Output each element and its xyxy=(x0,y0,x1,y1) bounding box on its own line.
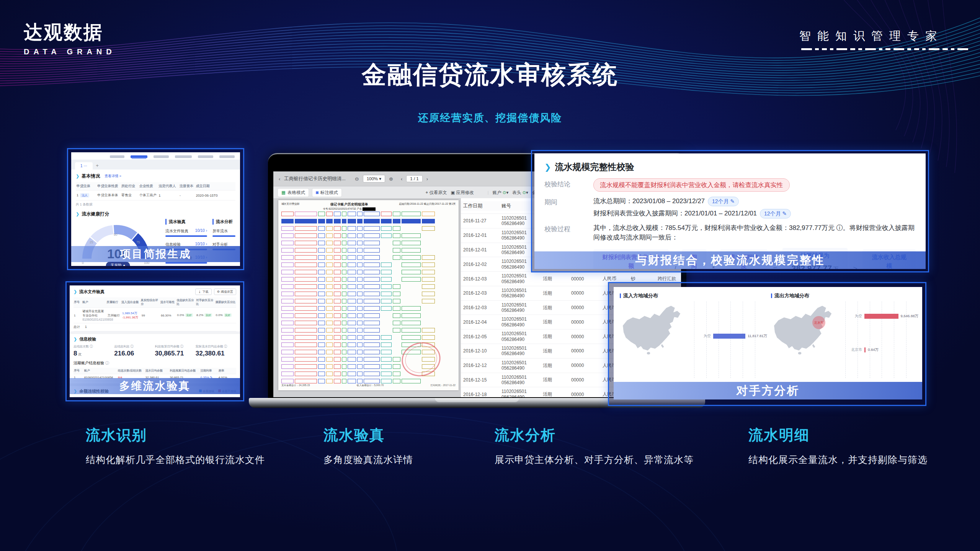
feature-title: 流水识别 xyxy=(86,425,265,445)
analysis-list-title: 流水分析 xyxy=(212,219,235,225)
doc-date-range: 起始日期:2016-11-22 截止日期:2017-11-22 第1页 xyxy=(399,202,456,206)
table-mode-button[interactable]: ▦表格模式 xyxy=(278,189,309,197)
page-subtitle: 还原经营实质、挖掘偿债风险 xyxy=(0,111,980,125)
china-map-inflow xyxy=(620,302,693,374)
stat-block: 利息推算日均余额 ⓘ30,865.71 xyxy=(155,344,196,357)
brand-logo-en: DATA GRAND xyxy=(24,47,116,56)
feature-item: 流水识别结构化解析几乎全部格式的银行流水文件 xyxy=(86,425,265,466)
download-button[interactable]: ⭳下载 xyxy=(195,289,212,295)
chevron-right-icon: ❯ xyxy=(76,174,79,179)
nav-item[interactable] xyxy=(154,155,169,158)
nav-item[interactable] xyxy=(198,155,213,158)
interest-check-title: 活期账户结息校验 ⓘ xyxy=(74,360,109,366)
feature-item: 流水明细结构化展示全量流水，并支持剔除与筛选 xyxy=(748,425,928,466)
filter-header[interactable]: 表头 ⊙▾ xyxy=(512,190,528,196)
feature-desc: 结构化解析几乎全部格式的银行流水文件 xyxy=(86,453,265,466)
nav-item[interactable] xyxy=(110,155,124,158)
document-title: 工商银行借记卡历史明细清... xyxy=(284,176,345,182)
gear-icon: ⚙ xyxy=(217,290,220,293)
nav-item[interactable] xyxy=(175,155,192,158)
back-icon[interactable]: ‹ xyxy=(279,176,280,182)
title-tick xyxy=(620,293,621,298)
chevron-right-icon: ❯ xyxy=(74,337,77,342)
nav-item[interactable] xyxy=(219,155,235,158)
panel-counterparty: 流入方地域分布 为空11,817.81万 流出方地域分布 xyxy=(608,282,926,406)
record-count: 共 1 条数据 xyxy=(76,202,235,207)
verify-list-title: 流水验真 xyxy=(165,219,207,225)
apply-changes-button[interactable]: ▣ 应用修改 xyxy=(451,190,474,196)
download-icon: ⭳ xyxy=(198,290,201,293)
page-next-icon[interactable]: › xyxy=(426,176,428,182)
laptop-notch xyxy=(435,398,519,402)
bar-row: 为空11,817.81万 xyxy=(694,334,767,339)
threshold-settings-button[interactable]: ⚙阈值设置 xyxy=(214,289,236,295)
divider: | xyxy=(488,190,489,195)
feature-desc: 结构化展示全量流水，并支持剔除与筛选 xyxy=(748,453,928,466)
score-list-item[interactable]: 流水文件验真10/10 › xyxy=(165,228,207,237)
info-check-header: ❯ 信息校验 xyxy=(74,336,236,342)
table-header-row: 序号账户所属银行流入流出金额真实性综合评分流水可靠性信息缺失百分比对手缺失百分比… xyxy=(74,297,236,308)
basic-section-header: ❯ 基本情况 查看详情 » xyxy=(76,173,235,179)
feature-title: 流水验真 xyxy=(323,425,413,445)
stat-block: 总结息次数 ⓘ8 次 xyxy=(74,344,114,357)
annotate-mode-button[interactable]: ◙标注模式 xyxy=(312,189,341,197)
conclusion-pill: 流水规模不能覆盖财报利润表中营业收入金额，请检查流水真实性 xyxy=(593,178,790,192)
beijing-map-label: 北京市 xyxy=(814,321,823,325)
panel-report: 1 ⋯ + ❯ 基本情况 查看详情 » 申贷主体申贷主体性质所处行业企业性质法定… xyxy=(67,148,244,270)
filter-account[interactable]: 账户 ⊙▾ xyxy=(493,190,509,196)
bar xyxy=(864,314,898,319)
zoom-level-select[interactable]: 100% ▾ xyxy=(363,175,385,183)
scanned-page: 城区支行营业部 借记卡账户历史明细清单 卡号:62220211020214747… xyxy=(278,200,459,390)
page-prev-icon[interactable]: ‹ xyxy=(401,176,402,182)
feature-desc: 展示申贷主体分析、对手方分析、异常流水等 xyxy=(495,453,694,466)
zoom-out-icon[interactable]: ⊖ xyxy=(355,176,359,182)
table-row: 1诸城市金光蔬菜专业合作社81060020142100858兰州银行1,989.… xyxy=(74,308,236,323)
period-badge[interactable]: 12个月 ✎ xyxy=(708,197,739,206)
scale-check-title: ❯ 流水规模完整性校验 xyxy=(544,161,916,173)
china-map-outflow: 北京市 xyxy=(771,302,844,374)
bar xyxy=(713,334,745,339)
gauge-tick-label: 50 xyxy=(114,233,117,236)
page-indicator: 1 / 1 xyxy=(406,175,422,182)
panel-scale-check: ❯ 流水规模完整性校验 校验结论 流水规模不能覆盖财报利润表中营业收入金额，请检… xyxy=(531,150,929,272)
check-icon: ⊙ xyxy=(522,190,526,195)
score-list-item[interactable]: 异常流水 xyxy=(212,228,235,237)
table-mode-icon: ▦ xyxy=(281,190,286,195)
panel-caption: 对手方分析 xyxy=(614,382,922,399)
page: 达观数据 DATA GRAND 智能知识管理专家 金融信贷流水审核系统 还原经营… xyxy=(0,0,980,551)
brand-tagline: 智能知识管理专家 xyxy=(799,28,943,44)
table-header-row: 序号账户结息次数/应结次数流水日均余额利息推算日均总余额活期利率差率 xyxy=(74,368,236,374)
panel-verify: ❯ 流水文件验真 ⭳下载 ⚙阈值设置 序号账户所属银行流入流出金额真实性综合评分… xyxy=(65,281,244,401)
process-text: 其中，流水总收入规模：785.54万元，财报利润表中营业收入金额：382,977… xyxy=(593,223,916,243)
inflow-bar-chart: 为空11,817.81万 xyxy=(694,302,767,378)
mini-nav xyxy=(71,152,240,160)
zoom-in-icon[interactable]: ⊕ xyxy=(389,176,393,182)
title-tick xyxy=(771,293,772,298)
panel-caption: 项目简报生成 xyxy=(71,246,240,262)
table-header-row: 申贷主体申贷主体性质所处行业企业性质法定代表人注册资本成立日期 xyxy=(76,182,235,191)
feature-item: 流水分析展示申贷主体分析、对手方分析、异常流水等 xyxy=(495,425,694,466)
gauge-tick-label: 25 xyxy=(90,240,93,244)
inflow-region-block: 流入方地域分布 为空11,817.81万 xyxy=(620,292,767,378)
nav-item[interactable] xyxy=(131,155,147,158)
file-check-header: ❯ 流水文件验真 xyxy=(74,289,105,295)
add-tab-button[interactable]: + xyxy=(96,163,99,170)
view-details-link[interactable]: 查看详情 » xyxy=(105,174,121,179)
doc-footer-mid: 收入金额合计：5,000.70 xyxy=(357,384,384,387)
view-original-button[interactable]: ⌖ 仅看原文 xyxy=(426,190,447,196)
tab-bar: 1 ⋯ + xyxy=(71,160,240,170)
feature-item: 流水验真多角度验真流水详情 xyxy=(323,425,413,466)
period-badge[interactable]: 12个月 ✎ xyxy=(760,209,791,218)
view-original-icon: ⌖ xyxy=(426,190,430,195)
bar-row: 为空9,646.88万 xyxy=(845,314,918,319)
period-label: 期间 xyxy=(544,196,593,218)
info-icon: ⓘ xyxy=(105,361,109,365)
period-line-1: 流水总期间：2023/01/08 – 2023/12/2712个月 ✎ xyxy=(593,196,791,206)
tab-item[interactable]: 1 ⋯ xyxy=(75,162,93,170)
panel-caption: 多维流水验真 xyxy=(70,378,240,394)
redacted-name xyxy=(363,207,376,211)
doc-title: 借记卡账户历史明细清单 xyxy=(323,202,376,207)
chevron-right-icon: ❯ xyxy=(74,289,77,294)
panel-caption: 与财报结合，校验流水规模完整性 xyxy=(534,251,926,269)
doc-branch: 城区支行营业部 xyxy=(281,202,300,206)
